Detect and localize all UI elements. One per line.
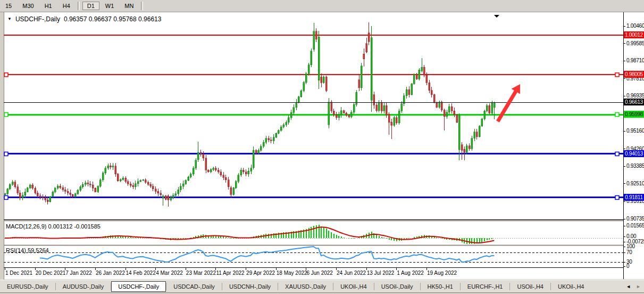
rsi-line [40, 247, 494, 262]
chart-canvas [0, 0, 644, 294]
time-axis-label: 23 Mar 2022 [186, 270, 216, 276]
chart-tab-eurchfh1[interactable]: EURCHF-,H1 [461, 282, 510, 291]
symbol-label: USDCHF-,Daily [15, 15, 60, 23]
price-level-badge: 1.00012 [624, 31, 644, 38]
time-axis-label: 14 Feb 2022 [126, 270, 156, 276]
time-axis-label: 6 Jun 2022 [306, 270, 333, 276]
rsi-axis-label: 0 [626, 263, 644, 269]
time-axis-label: 19 Aug 2022 [427, 270, 457, 276]
chart-tab-usdcnhdaily[interactable]: USDCNH-,Daily [222, 282, 278, 291]
chart-tab-bar: EURUSD-,DailyAUDUSD-,DailyUSDCHF-,DailyU… [0, 280, 644, 293]
line-handle[interactable] [615, 73, 619, 77]
price-axis-label: 0.98710 [626, 58, 644, 63]
chart-tab-audusddaily[interactable]: AUDUSD-,Daily [56, 282, 111, 291]
macd-indicator-label: MACD(12,26,9) 0.001312 -0.001585 [6, 223, 101, 230]
line-handle[interactable] [4, 195, 8, 199]
line-handle[interactable] [615, 152, 619, 156]
trend-arrow-shaft[interactable] [498, 91, 516, 121]
chart-tab-usdcaddaily[interactable]: USDCAD-,Daily [166, 282, 222, 291]
macd-axis-label: 0.015654 [626, 223, 644, 228]
line-handle[interactable] [615, 113, 619, 117]
time-axis-label: 1 Aug 2022 [397, 270, 424, 276]
chevron-down-icon[interactable]: ▼ [7, 17, 12, 21]
price-axis-label: 0.95160 [626, 128, 644, 134]
price-level-badge: 0.91811 [624, 194, 644, 201]
time-axis-label: 20 Dec 2021 [36, 270, 66, 276]
time-axis-label: 4 Mar 2022 [156, 270, 183, 276]
chart-tab-eurusddaily[interactable]: EURUSD-,Daily [0, 282, 55, 291]
chart-tab-ukoilh4[interactable]: UKOil-,H4 [551, 282, 591, 291]
price-axis-label: 0.99585 [626, 40, 644, 46]
chart-tab-usdchfdaily[interactable]: USDCHF-,Daily [111, 281, 166, 292]
price-axis-label: 0.90735 [626, 216, 644, 222]
price-axis-label: 0.92510 [626, 181, 644, 186]
time-axis-label: 24 Jun 2022 [337, 270, 366, 276]
price-axis-label: 1.00460 [626, 23, 644, 29]
price-level-badge: 0.95998 [624, 111, 644, 118]
line-handle[interactable] [615, 195, 619, 199]
tab-scroll-right-icon[interactable]: ► [636, 284, 641, 289]
time-axis-label: 1 Dec 2021 [5, 270, 32, 276]
rsi-axis-label: 70 [626, 249, 644, 255]
current-price-badge: 0.96613 [624, 99, 644, 105]
price-axis-label: 0.93385 [626, 163, 644, 169]
time-axis-label: 18 May 2022 [277, 270, 307, 276]
chart-tab-xauusddaily[interactable]: XAUUSD-,Daily [278, 282, 333, 291]
tab-scroll-left-icon[interactable]: ◄ [626, 284, 631, 289]
rsi-axis-label: 100 [626, 243, 644, 249]
time-axis-label: 13 Jul 2022 [367, 270, 395, 276]
chart-tab-ukoilh4[interactable]: UKOil-,H4 [333, 282, 374, 291]
price-level-badge: 0.98005 [624, 71, 644, 78]
mt4-window: 15M30H1H4D1W1MN ▼ USDCHF-,Daily 0.96357 … [0, 0, 644, 294]
time-axis-label: 29 Apr 2022 [246, 270, 275, 276]
time-axis-label: 7 Jan 2022 [65, 270, 92, 276]
chart-title: ▼ USDCHF-,Daily 0.96357 0.96637 0.95768 … [7, 15, 161, 23]
price-axis-label: 0.96935 [626, 93, 644, 99]
ohlc-values: 0.96357 0.96637 0.95768 0.96613 [64, 15, 162, 23]
line-handle[interactable] [4, 152, 8, 156]
chart-tab-usoilh4[interactable]: USOil-,H4 [510, 282, 550, 291]
line-handle[interactable] [4, 113, 8, 117]
line-handle[interactable] [4, 73, 8, 77]
time-axis-label: 26 Jan 2022 [96, 270, 125, 276]
chart-shift-marker-icon[interactable] [494, 15, 499, 18]
rsi-indicator-label: RSI(14) 59,5264 [6, 247, 49, 254]
time-axis-label: 11 Apr 2022 [216, 270, 244, 276]
price-level-badge: 0.94013 [624, 150, 644, 157]
tab-scroll-arrows: ◄► [626, 284, 641, 289]
chart-tab-hk50h1[interactable]: HK50-,H1 [421, 282, 460, 291]
chart-tab-usoildaily[interactable]: USOil-,Daily [374, 282, 420, 291]
